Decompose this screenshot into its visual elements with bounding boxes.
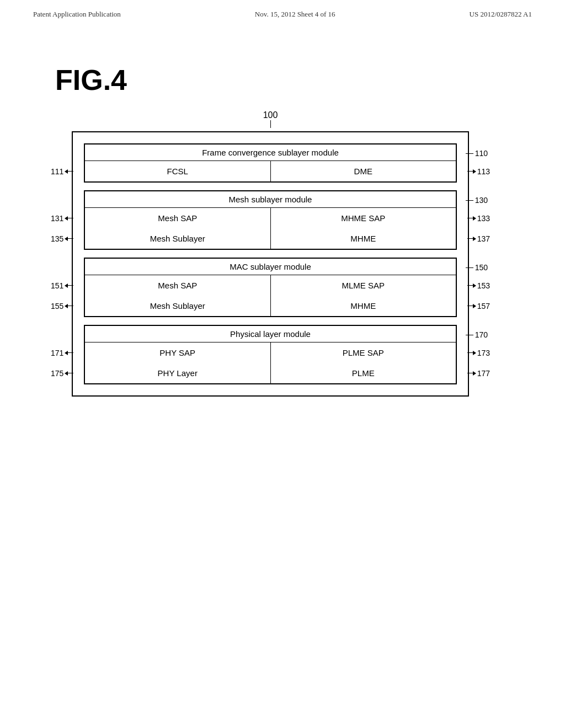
module-header-mod_150: MAC sublayer module [85, 259, 456, 275]
arrow-right-icon [473, 351, 476, 355]
cell-plme: PLME [270, 363, 456, 383]
cell-mesh-sublayer: Mesh Sublayer [85, 228, 270, 249]
header-middle: Nov. 15, 2012 Sheet 4 of 16 [255, 10, 335, 19]
ref-100-label: 100 [72, 110, 469, 128]
module-header-mod_170: Physical layer module [85, 326, 456, 342]
row-row_155_157: Mesh SublayerMHME 155 157 [85, 296, 456, 316]
cell-mesh-sap: Mesh SAP [85, 208, 270, 228]
arrow-right-icon [473, 237, 476, 241]
label-left-155: 155 [51, 302, 73, 311]
arrow-right-icon [473, 371, 476, 376]
arrow-right-icon [473, 304, 476, 308]
module-mod_110: Frame convergence sublayer module110FCSL… [84, 143, 457, 183]
module-ref-110: 110 [466, 149, 488, 158]
outer-box: Frame convergence sublayer module110FCSL… [72, 131, 469, 397]
cell-phy-layer: PHY Layer [85, 363, 270, 383]
label-right-133: 133 [467, 214, 490, 223]
cell-mesh-sublayer: Mesh Sublayer [85, 296, 270, 316]
row-row_135_137: Mesh SublayerMHME 135 137 [85, 228, 456, 249]
cell-mlme-sap: MLME SAP [270, 275, 456, 296]
label-left-131: 131 [51, 214, 73, 223]
arrow-right-icon [473, 169, 476, 174]
cell-mhme: MHME [270, 296, 456, 316]
module-header-mod_130: Mesh sublayer module [85, 191, 456, 208]
label-right-173: 173 [467, 349, 490, 357]
arrow-right-icon [473, 216, 476, 221]
row-row_171_173: PHY SAPPLME SAP 171 173 [85, 342, 456, 363]
row-row_151_153: Mesh SAPMLME SAP 151 153 [85, 275, 456, 296]
module-ref-150: 150 [466, 263, 488, 272]
cell-mhme-sap: MHME SAP [270, 208, 456, 228]
row-row_111_113: FCSLDME 111 113 [85, 161, 456, 181]
cell-fcsl: FCSL [85, 161, 270, 181]
module-mod_150: MAC sublayer module150Mesh SAPMLME SAP 1… [84, 258, 457, 317]
label-right-137: 137 [467, 234, 490, 243]
row-row_175_177: PHY LayerPLME 175 177 [85, 363, 456, 383]
label-right-177: 177 [467, 369, 490, 378]
label-left-135: 135 [51, 234, 73, 243]
module-header-mod_110: Frame convergence sublayer module [85, 144, 456, 161]
cell-plme-sap: PLME SAP [270, 342, 456, 363]
label-left-175: 175 [51, 369, 73, 378]
module-ref-num: 170 [475, 330, 488, 339]
fig-title: FIG.4 [55, 63, 127, 97]
header-left: Patent Application Publication [33, 10, 121, 19]
label-left-111: 111 [51, 167, 73, 176]
module-ref-num: 110 [475, 149, 488, 158]
label-right-157: 157 [467, 302, 490, 311]
module-ref-num: 150 [475, 263, 488, 272]
module-ref-130: 130 [466, 196, 488, 205]
page-header: Patent Application Publication Nov. 15, … [0, 0, 565, 19]
label-right-113: 113 [467, 167, 490, 176]
cell-mesh-sap: Mesh SAP [85, 275, 270, 296]
module-mod_130: Mesh sublayer module130Mesh SAPMHME SAP … [84, 190, 457, 250]
cell-mhme: MHME [270, 228, 456, 249]
module-ref-170: 170 [466, 330, 488, 339]
module-mod_170: Physical layer module170PHY SAPPLME SAP … [84, 325, 457, 384]
label-left-151: 151 [51, 281, 73, 290]
cell-phy-sap: PHY SAP [85, 342, 270, 363]
diagram-container: 100 Frame convergence sublayer module110… [72, 110, 469, 397]
row-row_131_133: Mesh SAPMHME SAP 131 133 [85, 208, 456, 228]
header-right: US 2012/0287822 A1 [470, 10, 532, 19]
cell-dme: DME [270, 161, 456, 181]
arrow-right-icon [473, 283, 476, 288]
module-ref-num: 130 [475, 196, 488, 205]
label-left-171: 171 [51, 349, 73, 357]
label-right-153: 153 [467, 281, 490, 290]
